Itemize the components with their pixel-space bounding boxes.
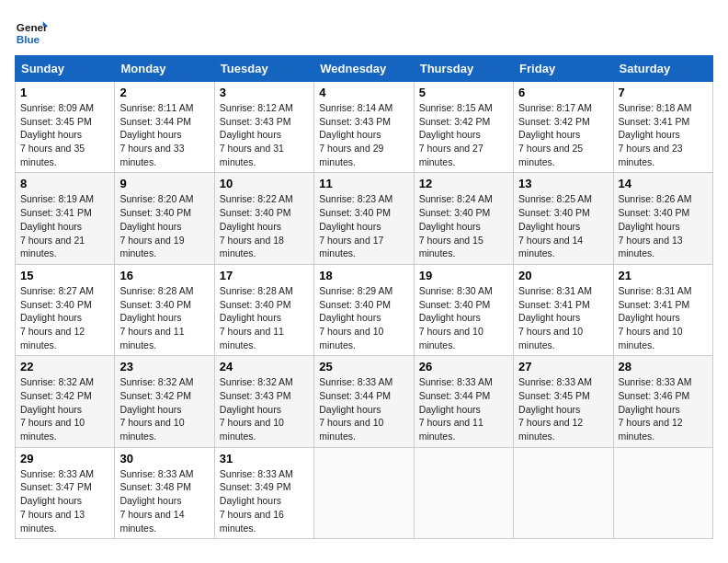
day-info: Sunrise: 8:22 AMSunset: 3:40 PMDaylight … <box>220 192 309 259</box>
calendar-cell: 14Sunrise: 8:26 AMSunset: 3:40 PMDayligh… <box>613 173 712 264</box>
day-number: 15 <box>20 269 109 282</box>
day-number: 5 <box>419 86 508 99</box>
day-number: 24 <box>220 360 309 373</box>
day-info: Sunrise: 8:12 AMSunset: 3:43 PMDaylight … <box>220 101 309 168</box>
calendar-cell: 21Sunrise: 8:31 AMSunset: 3:41 PMDayligh… <box>613 264 712 355</box>
day-header-saturday: Saturday <box>613 56 712 82</box>
calendar-cell: 30Sunrise: 8:33 AMSunset: 3:48 PMDayligh… <box>115 447 214 538</box>
day-number: 27 <box>518 360 608 373</box>
day-info: Sunrise: 8:32 AMSunset: 3:42 PMDaylight … <box>119 375 209 442</box>
calendar-cell: 29Sunrise: 8:33 AMSunset: 3:47 PMDayligh… <box>16 447 115 538</box>
calendar-cell: 19Sunrise: 8:30 AMSunset: 3:40 PMDayligh… <box>414 264 513 355</box>
calendar-cell: 12Sunrise: 8:24 AMSunset: 3:40 PMDayligh… <box>414 173 513 264</box>
day-number: 25 <box>319 360 408 373</box>
day-info: Sunrise: 8:31 AMSunset: 3:41 PMDaylight … <box>619 284 708 351</box>
day-info: Sunrise: 8:33 AMSunset: 3:44 PMDaylight … <box>319 375 408 442</box>
day-info: Sunrise: 8:32 AMSunset: 3:43 PMDaylight … <box>220 375 309 442</box>
day-info: Sunrise: 8:23 AMSunset: 3:40 PMDaylight … <box>319 192 408 259</box>
day-number: 12 <box>419 177 508 190</box>
calendar-cell <box>314 447 414 538</box>
day-info: Sunrise: 8:09 AMSunset: 3:45 PMDaylight … <box>20 101 109 168</box>
day-number: 10 <box>220 177 309 190</box>
day-info: Sunrise: 8:28 AMSunset: 3:40 PMDaylight … <box>220 284 309 351</box>
calendar-cell: 8Sunrise: 8:19 AMSunset: 3:41 PMDaylight… <box>16 173 115 264</box>
day-info: Sunrise: 8:33 AMSunset: 3:49 PMDaylight … <box>220 467 309 534</box>
day-number: 3 <box>220 86 309 99</box>
day-number: 30 <box>119 452 209 465</box>
calendar-cell: 15Sunrise: 8:27 AMSunset: 3:40 PMDayligh… <box>16 264 115 355</box>
day-info: Sunrise: 8:18 AMSunset: 3:41 PMDaylight … <box>619 101 708 168</box>
day-number: 8 <box>20 177 109 190</box>
day-info: Sunrise: 8:17 AMSunset: 3:42 PMDaylight … <box>518 101 608 168</box>
calendar-cell <box>414 447 513 538</box>
day-number: 21 <box>619 269 708 282</box>
calendar-header-row: SundayMondayTuesdayWednesdayThursdayFrid… <box>16 56 713 82</box>
calendar-cell: 3Sunrise: 8:12 AMSunset: 3:43 PMDaylight… <box>214 82 313 173</box>
day-info: Sunrise: 8:33 AMSunset: 3:44 PMDaylight … <box>419 375 508 442</box>
day-number: 14 <box>619 177 708 190</box>
day-number: 28 <box>619 360 708 373</box>
day-info: Sunrise: 8:33 AMSunset: 3:48 PMDaylight … <box>119 467 209 534</box>
calendar-cell: 2Sunrise: 8:11 AMSunset: 3:44 PMDaylight… <box>115 82 214 173</box>
calendar-week-4: 22Sunrise: 8:32 AMSunset: 3:42 PMDayligh… <box>16 356 713 447</box>
day-info: Sunrise: 8:30 AMSunset: 3:40 PMDaylight … <box>419 284 508 351</box>
calendar-cell: 24Sunrise: 8:32 AMSunset: 3:43 PMDayligh… <box>214 356 313 447</box>
calendar-cell: 27Sunrise: 8:33 AMSunset: 3:45 PMDayligh… <box>514 356 613 447</box>
svg-text:Blue: Blue <box>17 33 40 45</box>
calendar-week-3: 15Sunrise: 8:27 AMSunset: 3:40 PMDayligh… <box>16 264 713 355</box>
day-number: 19 <box>419 269 508 282</box>
day-number: 7 <box>619 86 708 99</box>
day-header-friday: Friday <box>514 56 613 82</box>
calendar-cell <box>613 447 712 538</box>
day-number: 11 <box>319 177 408 190</box>
day-number: 20 <box>518 269 608 282</box>
day-number: 1 <box>20 86 109 99</box>
day-number: 9 <box>119 177 209 190</box>
calendar-cell: 1Sunrise: 8:09 AMSunset: 3:45 PMDaylight… <box>16 82 115 173</box>
day-info: Sunrise: 8:20 AMSunset: 3:40 PMDaylight … <box>119 192 209 259</box>
calendar-cell: 26Sunrise: 8:33 AMSunset: 3:44 PMDayligh… <box>414 356 513 447</box>
day-info: Sunrise: 8:33 AMSunset: 3:47 PMDaylight … <box>20 467 109 534</box>
calendar-cell: 7Sunrise: 8:18 AMSunset: 3:41 PMDaylight… <box>613 82 712 173</box>
day-number: 13 <box>518 177 608 190</box>
day-number: 29 <box>20 452 109 465</box>
calendar-cell: 17Sunrise: 8:28 AMSunset: 3:40 PMDayligh… <box>214 264 313 355</box>
calendar-cell: 16Sunrise: 8:28 AMSunset: 3:40 PMDayligh… <box>115 264 214 355</box>
day-number: 17 <box>220 269 309 282</box>
calendar-cell: 22Sunrise: 8:32 AMSunset: 3:42 PMDayligh… <box>16 356 115 447</box>
day-info: Sunrise: 8:24 AMSunset: 3:40 PMDaylight … <box>419 192 508 259</box>
calendar-cell: 9Sunrise: 8:20 AMSunset: 3:40 PMDaylight… <box>115 173 214 264</box>
day-number: 22 <box>20 360 109 373</box>
calendar-cell: 25Sunrise: 8:33 AMSunset: 3:44 PMDayligh… <box>314 356 414 447</box>
calendar-cell: 28Sunrise: 8:33 AMSunset: 3:46 PMDayligh… <box>613 356 712 447</box>
day-info: Sunrise: 8:29 AMSunset: 3:40 PMDaylight … <box>319 284 408 351</box>
day-info: Sunrise: 8:32 AMSunset: 3:42 PMDaylight … <box>20 375 109 442</box>
day-info: Sunrise: 8:14 AMSunset: 3:43 PMDaylight … <box>319 101 408 168</box>
day-header-thursday: Thursday <box>414 56 513 82</box>
day-number: 26 <box>419 360 508 373</box>
calendar-week-2: 8Sunrise: 8:19 AMSunset: 3:41 PMDaylight… <box>16 173 713 264</box>
day-number: 16 <box>119 269 209 282</box>
day-info: Sunrise: 8:33 AMSunset: 3:46 PMDaylight … <box>619 375 708 442</box>
day-header-tuesday: Tuesday <box>214 56 313 82</box>
day-info: Sunrise: 8:19 AMSunset: 3:41 PMDaylight … <box>20 192 109 259</box>
logo-icon: General Blue <box>15 15 48 48</box>
calendar-week-5: 29Sunrise: 8:33 AMSunset: 3:47 PMDayligh… <box>16 447 713 538</box>
calendar-cell: 5Sunrise: 8:15 AMSunset: 3:42 PMDaylight… <box>414 82 513 173</box>
day-header-wednesday: Wednesday <box>314 56 414 82</box>
day-info: Sunrise: 8:27 AMSunset: 3:40 PMDaylight … <box>20 284 109 351</box>
page-header: General Blue <box>15 15 713 48</box>
calendar-table: SundayMondayTuesdayWednesdayThursdayFrid… <box>15 55 713 539</box>
day-number: 18 <box>319 269 408 282</box>
calendar-cell: 23Sunrise: 8:32 AMSunset: 3:42 PMDayligh… <box>115 356 214 447</box>
calendar-cell: 11Sunrise: 8:23 AMSunset: 3:40 PMDayligh… <box>314 173 414 264</box>
day-info: Sunrise: 8:25 AMSunset: 3:40 PMDaylight … <box>518 192 608 259</box>
day-header-monday: Monday <box>115 56 214 82</box>
day-info: Sunrise: 8:31 AMSunset: 3:41 PMDaylight … <box>518 284 608 351</box>
day-number: 23 <box>119 360 209 373</box>
day-number: 6 <box>518 86 608 99</box>
calendar-cell <box>514 447 613 538</box>
calendar-cell: 20Sunrise: 8:31 AMSunset: 3:41 PMDayligh… <box>514 264 613 355</box>
calendar-cell: 6Sunrise: 8:17 AMSunset: 3:42 PMDaylight… <box>514 82 613 173</box>
calendar-cell: 31Sunrise: 8:33 AMSunset: 3:49 PMDayligh… <box>214 447 313 538</box>
